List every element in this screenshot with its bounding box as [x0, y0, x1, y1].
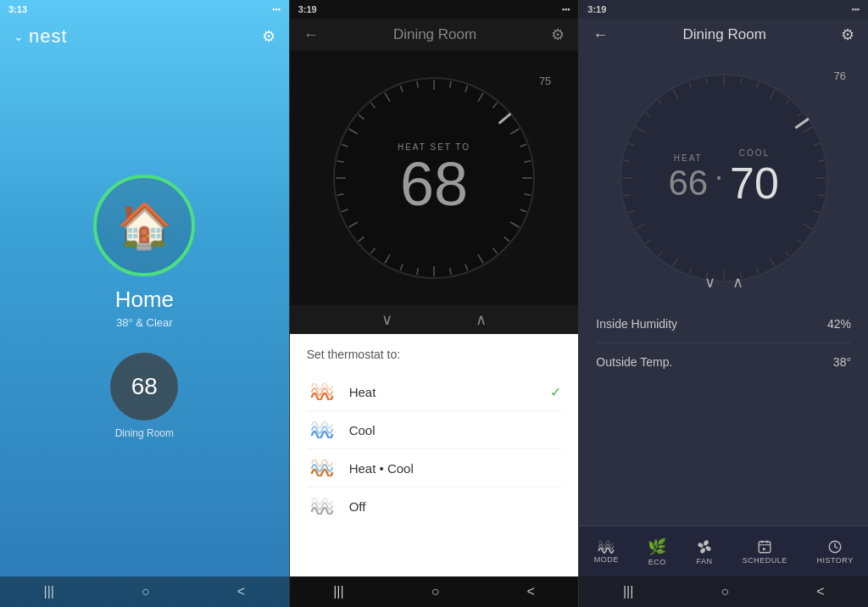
room-title-3: Dining Room: [683, 26, 766, 43]
app-header-1: ⌄ nest ⚙: [0, 19, 289, 54]
battery-icon-1: ▪▪▪: [272, 5, 281, 14]
heat-label-3: HEAT: [668, 153, 708, 163]
humidity-label: Inside Humidity: [596, 317, 677, 331]
home-icon-circle[interactable]: 🏠: [93, 175, 195, 276]
fan-nav-label: FAN: [697, 557, 713, 565]
status-icons-2: ▪▪▪: [562, 5, 570, 14]
history-icon: [827, 539, 843, 554]
back-button-3[interactable]: ←: [593, 26, 608, 44]
dual-heat-block: HEAT 66: [668, 153, 708, 203]
heat-wave-icon: [310, 383, 334, 400]
settings-icon-1[interactable]: ⚙: [262, 27, 275, 46]
back-button-2[interactable]: ←: [303, 26, 319, 44]
battery-icon-2: ▪▪▪: [562, 5, 570, 14]
status-time-2: 3:19: [298, 4, 317, 14]
heatcool-wave-icon: [310, 459, 334, 476]
nav-menu-icon-2[interactable]: |||: [333, 584, 343, 599]
house-icon: 🏠: [117, 200, 172, 252]
bottom-nav-history[interactable]: HISTORY: [816, 539, 853, 565]
home-main: 🏠 Home 38° & Clear 68 Dining Room: [0, 54, 289, 576]
status-bar-3: 3:19 ▪▪▪: [579, 0, 868, 19]
info-panel: Inside Humidity 42% Outside Temp. 38°: [579, 305, 868, 526]
nav-menu-icon-3[interactable]: |||: [623, 584, 633, 599]
svg-point-76: [703, 544, 706, 548]
nav-back-icon-3[interactable]: <: [816, 584, 824, 599]
battery-icon-3: ▪▪▪: [851, 5, 860, 14]
thermostat-room-1: Dining Room: [115, 427, 174, 439]
dual-arrows: ∨ ∧: [704, 273, 743, 292]
mode-panel-title: Set thermostat to:: [307, 348, 562, 361]
thermostat-temp-1: 68: [131, 373, 158, 400]
phone-nav-3: ||| ○ <: [579, 576, 868, 607]
dial-controls-2: ∨ ∧: [290, 305, 579, 334]
cool-wave-icon: [310, 421, 334, 438]
phone-thermostat-mode: 3:19 ▪▪▪ ← Dining Room ⚙: [289, 0, 580, 607]
chevron-down-icon[interactable]: ⌄: [14, 30, 24, 43]
dial-up-icon[interactable]: ∧: [476, 310, 487, 329]
status-bar-1: 3:13 ▪▪▪: [0, 0, 289, 19]
history-nav-label: HISTORY: [816, 556, 853, 565]
dual-center: HEAT 66 · COOL 70: [668, 148, 779, 209]
settings-icon-2[interactable]: ⚙: [551, 25, 565, 44]
phone-nav-1: ||| ○ <: [0, 576, 289, 607]
off-icon-wrap: [307, 498, 337, 515]
status-icons-1: ▪▪▪: [272, 5, 281, 14]
outside-temp-label: Outside Temp.: [596, 355, 672, 369]
dual-cool-block: COOL 70: [730, 148, 779, 209]
home-weather: 38° & Clear: [116, 316, 173, 329]
mode-item-heat[interactable]: Heat ✓: [307, 373, 562, 411]
fan-icon: [696, 538, 713, 555]
dial-center-2: HEAT SET TO 68: [398, 142, 470, 214]
heat-icon-wrap: [307, 383, 337, 400]
cool-label-3: COOL: [730, 148, 779, 158]
mode-panel: Set thermostat to: Heat ✓ Cool: [290, 334, 579, 576]
status-bar-2: 3:19 ▪▪▪: [290, 0, 579, 19]
nav-home-icon-3[interactable]: ○: [721, 584, 729, 599]
mode-nav-label: MODE: [594, 555, 619, 564]
dual-arrow-down[interactable]: ∨: [704, 273, 715, 292]
eco-nav-label: ECO: [648, 558, 666, 566]
bottom-nav-schedule[interactable]: ▶ SCHEDULE: [743, 539, 787, 565]
nav-home-icon-1[interactable]: ○: [142, 584, 150, 599]
eco-icon: 🌿: [648, 537, 666, 556]
bottom-nav-eco[interactable]: 🌿 ECO: [648, 537, 666, 566]
humidity-value: 42%: [827, 317, 851, 331]
nest-logo: nest: [29, 25, 68, 47]
nest-logo-area: ⌄ nest: [14, 25, 68, 47]
nav-back-icon-1[interactable]: <: [237, 584, 245, 599]
settings-icon-3[interactable]: ⚙: [841, 25, 854, 44]
outside-temp-value: 38°: [833, 355, 851, 369]
dual-arrow-up[interactable]: ∧: [732, 273, 743, 292]
home-title: Home: [115, 287, 174, 313]
mode-item-heatcool[interactable]: Heat • Cool: [307, 449, 562, 487]
cool-temp-3: 70: [730, 158, 779, 209]
bottom-nav-3: MODE 🌿 ECO FAN ▶ SCHEDULE: [579, 526, 868, 576]
nav-home-icon-2[interactable]: ○: [431, 584, 440, 599]
off-wave-icon: [310, 498, 334, 515]
mode-item-cool[interactable]: Cool: [307, 411, 562, 449]
mode-label-cool: Cool: [349, 423, 562, 437]
dual-outer-temp: 76: [834, 70, 846, 82]
mode-label-heatcool: Heat • Cool: [349, 461, 562, 476]
dual-dial-area: HEAT 66 · COOL 70 76 ∨ ∧: [579, 51, 868, 305]
heat-temp-big: 68: [400, 153, 468, 214]
bottom-nav-fan[interactable]: FAN: [696, 538, 713, 565]
mode-wave-icon: [598, 540, 615, 554]
bottom-nav-mode[interactable]: MODE: [594, 540, 619, 564]
status-icons-3: ▪▪▪: [851, 5, 860, 14]
mode-item-off[interactable]: Off: [307, 487, 562, 525]
app-header-2: ← Dining Room ⚙: [290, 19, 579, 51]
thermostat-dial-area: HEAT SET TO 68 75: [290, 51, 579, 305]
svg-line-84: [835, 547, 837, 549]
cool-icon-wrap: [307, 421, 337, 438]
thermostat-badge[interactable]: 68: [110, 353, 178, 420]
dial-down-icon[interactable]: ∨: [381, 310, 392, 329]
nav-back-icon-2[interactable]: <: [526, 584, 534, 599]
schedule-icon: ▶: [757, 539, 772, 554]
mode-label-heat: Heat: [349, 385, 551, 399]
phone-nav-2: ||| ○ <: [290, 576, 579, 607]
dual-dot: ·: [715, 159, 723, 194]
phone-home-screen: 3:13 ▪▪▪ ⌄ nest ⚙ 🏠 Home 38° & Clear 68 …: [0, 0, 289, 607]
nav-menu-icon-1[interactable]: |||: [44, 584, 54, 599]
info-row-humidity: Inside Humidity 42%: [596, 305, 851, 343]
